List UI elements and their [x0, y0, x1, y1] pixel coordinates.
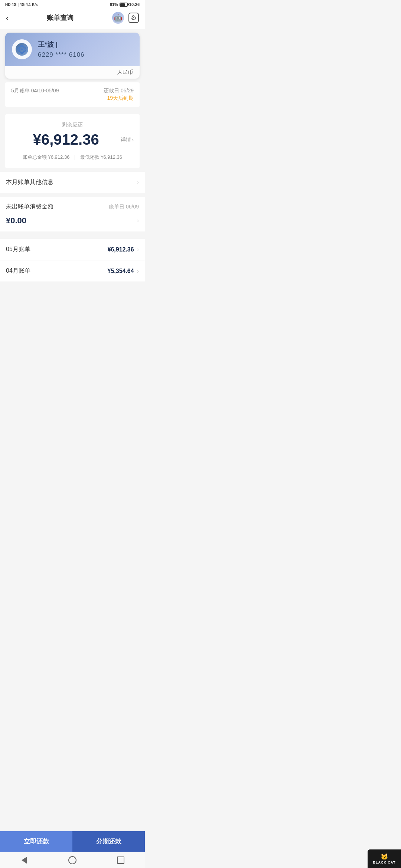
- bill-may-label: 05月账单: [6, 246, 30, 253]
- card-section: 王*波 | 6229 **** 6106 人民币: [5, 33, 140, 79]
- card-info: 王*波 | 6229 **** 6106: [38, 40, 133, 59]
- svg-point-2: [21, 49, 23, 50]
- uncleared-amount: ¥0.00: [6, 216, 26, 226]
- monthly-info-title: 本月账单其他信息: [6, 178, 53, 186]
- bill-apr-amount: ¥5,354.64: [107, 268, 134, 274]
- min-pay-label: 最低还款: [80, 154, 100, 160]
- monthly-info-item[interactable]: 本月账单其他信息 ›: [0, 172, 145, 193]
- total-label: 账单总金额: [23, 154, 47, 160]
- uncleared-arrow-icon: ›: [137, 217, 139, 224]
- back-button[interactable]: ‹: [6, 14, 9, 22]
- section-gap-1: [0, 111, 145, 114]
- bill-may-arrow: ›: [137, 246, 139, 253]
- detail-link[interactable]: 详情 ›: [121, 137, 134, 143]
- detail-label: 详情: [121, 137, 131, 143]
- period-right: 还款日 05/29 19天后到期: [104, 88, 134, 102]
- nav-bar: ‹ 账单查询 🤖: [0, 8, 145, 29]
- repay-date: 还款日 05/29: [104, 88, 134, 94]
- bank-logo-inner: [16, 43, 28, 56]
- settings-icon[interactable]: [128, 13, 139, 23]
- card-logo: [12, 39, 32, 59]
- section-gap-2: [0, 168, 145, 172]
- monthly-info-arrow: ›: [137, 179, 139, 186]
- total-amount: ¥6,912.36: [48, 154, 70, 160]
- spacer-bottom: [0, 282, 145, 319]
- status-bar: HD 4G | 4G 4.1 K/s 61% 10:26: [0, 0, 145, 8]
- signal-info: HD 4G | 4G 4.1 K/s: [5, 3, 38, 7]
- bill-may-right: ¥6,912.36 ›: [107, 246, 139, 253]
- period-left: 5月账单 04/10-05/09: [11, 88, 59, 94]
- card-holder-name: 王*波 |: [38, 40, 133, 49]
- vertical-divider: [75, 155, 75, 160]
- section-gap-4: [0, 231, 145, 235]
- uncleared-amount-row[interactable]: ¥0.00 ›: [6, 213, 139, 231]
- section-gap-3: [0, 193, 145, 197]
- bill-apr-label: 04月账单: [6, 267, 30, 275]
- min-pay-amount: ¥6,912.36: [101, 154, 122, 160]
- network-label: HD 4G | 4G: [5, 3, 25, 7]
- amount-sub: 账单总金额 ¥6,912.36 最低还款 ¥6,912.36: [11, 154, 134, 161]
- amount-row: ¥6,912.36 详情 ›: [11, 131, 134, 148]
- speed-label: 4.1 K/s: [26, 3, 38, 7]
- bill-item-may[interactable]: 05月账单 ¥6,912.36 ›: [0, 239, 145, 260]
- battery-percent: 61%: [110, 2, 118, 7]
- battery-time: 61% 10:26: [110, 2, 140, 7]
- remaining-label: 剩余应还: [11, 122, 134, 128]
- remaining-amount: ¥6,912.36: [11, 131, 121, 148]
- card-currency: 人民币: [5, 66, 140, 79]
- card-number: 6229 **** 6106: [38, 51, 133, 59]
- uncleared-header: 未出账单消费金额 账单日 06/09: [6, 203, 139, 211]
- avatar-icon[interactable]: 🤖: [112, 12, 124, 24]
- amount-section: 剩余应还 ¥6,912.36 详情 › 账单总金额 ¥6,912.36 最低还款…: [5, 114, 140, 168]
- bill-item-apr[interactable]: 04月账单 ¥5,354.64 ›: [0, 260, 145, 282]
- battery-icon: [120, 3, 128, 7]
- days-remaining: 19天后到期: [104, 95, 134, 102]
- bill-apr-right: ¥5,354.64 ›: [107, 268, 139, 274]
- uncleared-section: 未出账单消费金额 账单日 06/09 ¥0.00 ›: [0, 197, 145, 231]
- card-header: 王*波 | 6229 **** 6106: [5, 33, 140, 66]
- bill-may-amount: ¥6,912.36: [107, 246, 134, 253]
- monthly-bill-list: 05月账单 ¥6,912.36 › 04月账单 ¥5,354.64 ›: [0, 239, 145, 282]
- page-title: 账单查询: [47, 13, 74, 22]
- bank-spiral-icon: [16, 44, 27, 55]
- bill-period: 5月账单 04/10-05/09 还款日 05/29 19天后到期: [5, 82, 140, 107]
- bill-month-label: 5月账单 04/10-05/09: [11, 88, 59, 93]
- monthly-info-right: ›: [137, 179, 139, 186]
- nav-icons: 🤖: [112, 12, 139, 24]
- bill-apr-arrow: ›: [137, 268, 139, 274]
- uncleared-title: 未出账单消费金额: [6, 203, 53, 211]
- detail-arrow-icon: ›: [132, 137, 134, 143]
- time-label: 10:26: [129, 2, 140, 7]
- uncleared-date: 账单日 06/09: [109, 204, 139, 210]
